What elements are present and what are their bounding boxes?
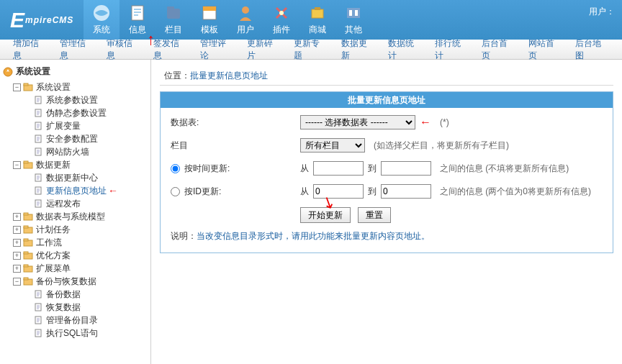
nav-label: 栏目 bbox=[165, 24, 182, 36]
tree-leaf[interactable]: 更新信息页地址← bbox=[23, 184, 148, 197]
tree-node-label: 优化方案 bbox=[36, 249, 71, 262]
folder-icon bbox=[23, 251, 33, 260]
nav-label: 其他 bbox=[345, 24, 362, 36]
input-id-to[interactable] bbox=[381, 184, 431, 199]
tree-node[interactable]: +工作流 bbox=[13, 236, 148, 249]
svg-rect-27 bbox=[24, 213, 28, 215]
page-icon bbox=[33, 122, 43, 130]
nav-label: 系统 bbox=[93, 24, 110, 36]
submenu-item-2[interactable]: 审核信息 bbox=[107, 37, 136, 62]
top-banner: EmpireCMS 系统信息栏目模板用户插件商城其他 用户： ↑ bbox=[0, 0, 622, 40]
tree-leaf[interactable]: 远程发布 bbox=[23, 197, 148, 210]
page-icon bbox=[33, 147, 43, 156]
nav-item-5[interactable]: 插件 bbox=[263, 0, 299, 40]
submenu-item-9[interactable]: 排行统计 bbox=[435, 37, 464, 62]
tree-node[interactable]: +计划任务 bbox=[13, 223, 148, 236]
nav-item-7[interactable]: 其他 bbox=[335, 0, 371, 40]
expand-icon[interactable]: + bbox=[13, 213, 21, 221]
panel-title: 批量更新信息页地址 bbox=[161, 92, 613, 108]
form-note: 说明：当改变信息目录形式时，请用此功能来批量更新内容页地址。 bbox=[171, 230, 603, 242]
submenu-item-4[interactable]: 管理评论 bbox=[200, 37, 230, 62]
submenu-item-12[interactable]: 后台地图 bbox=[575, 37, 605, 62]
input-id-from[interactable] bbox=[313, 184, 364, 199]
nav-item-3[interactable]: 模板 bbox=[191, 0, 227, 40]
tree-node[interactable]: +扩展菜单 bbox=[13, 262, 148, 275]
page-icon bbox=[33, 109, 43, 117]
tree-leaf[interactable]: 执行SQL语句 bbox=[23, 327, 148, 340]
tree-leaf[interactable]: 扩展变量 bbox=[23, 119, 148, 132]
submenu-item-10[interactable]: 后台首页 bbox=[482, 37, 511, 62]
tree-node[interactable]: −数据更新 bbox=[13, 158, 148, 171]
select-column[interactable]: 所有栏目 bbox=[300, 138, 365, 153]
collapse-icon[interactable]: − bbox=[13, 161, 21, 169]
tree-node[interactable]: −备份与恢复数据 bbox=[13, 275, 148, 288]
submenu-item-0[interactable]: 增加信息 bbox=[13, 37, 42, 62]
nav-item-0[interactable]: 系统 bbox=[84, 0, 120, 40]
tree-leaf[interactable]: 恢复数据 bbox=[23, 301, 148, 314]
svg-rect-31 bbox=[24, 239, 28, 241]
svg-rect-9 bbox=[315, 7, 320, 10]
input-time-to[interactable] bbox=[381, 161, 431, 176]
select-data-table[interactable]: ------ 选择数据表 ------ bbox=[300, 115, 415, 129]
submenu-item-7[interactable]: 数据更新 bbox=[341, 37, 371, 62]
tree-leaf-label: 网站防火墙 bbox=[46, 145, 89, 158]
submenu-item-5[interactable]: 更新碎片 bbox=[247, 37, 276, 62]
id-hint: 之间的信息 (两个值为0将更新所有信息) bbox=[440, 186, 591, 198]
svg-rect-22 bbox=[24, 161, 28, 163]
nav-item-1[interactable]: 信息 bbox=[120, 0, 156, 40]
expand-icon[interactable]: + bbox=[13, 265, 21, 273]
breadcrumb: 位置：批量更新信息页地址 bbox=[160, 67, 613, 86]
nav-icon bbox=[164, 4, 183, 22]
sub-menu: 增加信息管理信息审核信息签发信息管理评论更新碎片更新专题数据更新数据统计排行统计… bbox=[0, 40, 622, 60]
tree-node[interactable]: +优化方案 bbox=[13, 249, 148, 262]
page-icon bbox=[33, 199, 43, 208]
nav-item-4[interactable]: 用户 bbox=[227, 0, 263, 40]
expand-icon[interactable]: + bbox=[13, 226, 21, 234]
tree-leaf[interactable]: 系统参数设置 bbox=[23, 94, 148, 106]
sidebar-title: 系统设置 bbox=[3, 65, 148, 78]
collapse-icon[interactable]: − bbox=[13, 83, 21, 91]
svg-point-6 bbox=[242, 6, 249, 14]
submenu-item-6[interactable]: 更新专题 bbox=[294, 37, 323, 62]
nav-icon bbox=[200, 4, 219, 22]
svg-rect-12 bbox=[355, 10, 358, 16]
page-icon bbox=[33, 96, 43, 104]
tree-node[interactable]: −系统设置 bbox=[13, 81, 148, 94]
submenu-item-11[interactable]: 网站首页 bbox=[528, 37, 558, 62]
radio-by-time[interactable] bbox=[171, 164, 180, 173]
submit-button[interactable]: 开始更新 bbox=[300, 207, 351, 223]
reset-button[interactable]: 重置 bbox=[358, 207, 391, 223]
expand-icon[interactable]: + bbox=[13, 239, 21, 247]
nav-item-2[interactable]: 栏目 bbox=[156, 0, 191, 40]
tree-leaf[interactable]: 数据更新中心 bbox=[23, 171, 148, 184]
tree-leaf[interactable]: 伪静态参数设置 bbox=[23, 106, 148, 119]
collapse-icon[interactable]: − bbox=[13, 278, 21, 286]
submenu-item-3[interactable]: 签发信息 bbox=[153, 37, 183, 62]
svg-rect-33 bbox=[24, 252, 28, 254]
page-icon bbox=[33, 186, 43, 195]
svg-rect-15 bbox=[24, 83, 28, 86]
tree-leaf[interactable]: 网站防火墙 bbox=[23, 145, 148, 158]
tree-leaf-label: 恢复数据 bbox=[46, 301, 81, 314]
tree-leaf-label: 备份数据 bbox=[46, 288, 81, 301]
folder-icon bbox=[23, 160, 33, 169]
page-icon bbox=[33, 303, 43, 311]
input-time-from[interactable] bbox=[313, 161, 364, 176]
tree-leaf[interactable]: 安全参数配置 bbox=[23, 132, 148, 145]
tree-leaf[interactable]: 备份数据 bbox=[23, 288, 148, 301]
submenu-item-8[interactable]: 数据统计 bbox=[388, 37, 418, 62]
nav-label: 信息 bbox=[129, 24, 146, 36]
tree-leaf[interactable]: 管理备份目录 bbox=[23, 314, 148, 327]
breadcrumb-link[interactable]: 批量更新信息页地址 bbox=[190, 70, 268, 81]
svg-rect-10 bbox=[347, 8, 360, 18]
svg-rect-3 bbox=[167, 6, 174, 9]
tree-leaf-label: 更新信息页地址 bbox=[46, 184, 107, 197]
column-hint: (如选择父栏目，将更新所有子栏目) bbox=[374, 140, 509, 152]
nav-label: 商城 bbox=[309, 24, 326, 36]
radio-by-id[interactable] bbox=[171, 187, 180, 196]
submenu-item-1[interactable]: 管理信息 bbox=[60, 37, 89, 62]
tree-node[interactable]: +数据表与系统模型 bbox=[13, 210, 148, 223]
nav-item-6[interactable]: 商城 bbox=[299, 0, 335, 40]
expand-icon[interactable]: + bbox=[13, 252, 21, 260]
svg-rect-8 bbox=[312, 9, 323, 18]
